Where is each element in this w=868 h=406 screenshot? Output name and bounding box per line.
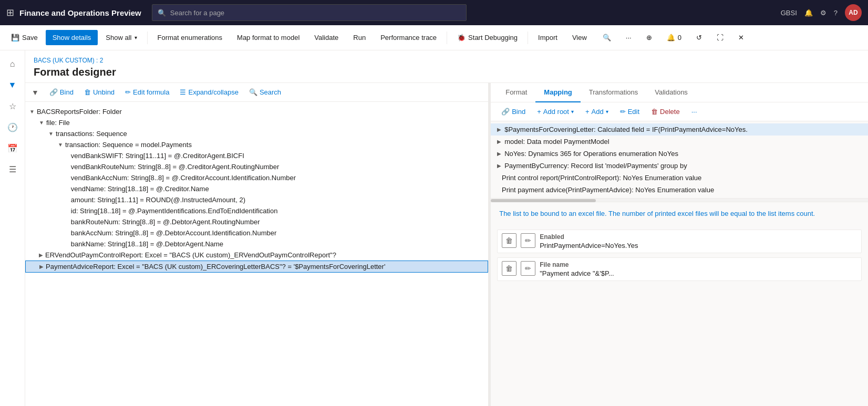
refresh-button[interactable]: ↺ <box>689 30 709 45</box>
tree-item[interactable]: ▶ ERVendOutPaymControlReport: Excel = "B… <box>25 249 488 261</box>
tree-item[interactable]: vendName: String[18..18] = @.Creditor.Na… <box>25 183 488 194</box>
tree-chevron[interactable]: ▼ <box>48 131 54 137</box>
search-placeholder: Search for a page <box>170 9 224 17</box>
edit-formula-button[interactable]: ✏ Edit formula <box>121 86 173 98</box>
prop-edit-button[interactable]: ✏ <box>521 261 535 276</box>
right-tree-item[interactable]: ▶ $PaymentsForCoveringLetter: Calculated… <box>491 123 868 136</box>
tree-item[interactable]: ▶ PaymentAdviceReport: Excel = "BACS (UK… <box>25 261 488 273</box>
tree-chevron[interactable] <box>67 153 69 159</box>
tree-item[interactable]: id: String[18..18] = @.PaymentIdentifica… <box>25 205 488 216</box>
tree-chevron[interactable]: ▼ <box>39 120 44 126</box>
right-tree-item[interactable]: ▶ PaymentByCurrency: Record list 'model/… <box>491 160 868 172</box>
tree-item-label: transactions: Sequence <box>56 130 127 138</box>
save-button[interactable]: 💾 Save <box>4 30 45 45</box>
tree-chevron[interactable]: ▶ <box>39 252 43 258</box>
sidebar-item-favorites[interactable]: ☆ <box>3 97 22 116</box>
sidebar-item-calendar[interactable]: 📅 <box>3 139 22 158</box>
edit-right-button[interactable]: ✏ Edit <box>616 106 644 118</box>
tree-chevron[interactable]: ▶ <box>497 139 501 144</box>
tree-item[interactable]: ▼ file: File <box>25 117 488 128</box>
tree-chevron[interactable]: ▼ <box>29 109 35 114</box>
tree-item[interactable]: vendBankRouteNum: String[8..8] = @.Credi… <box>25 161 488 172</box>
sidebar-item-list[interactable]: ☰ <box>3 160 22 179</box>
right-tree-item[interactable]: Print payment advice(PrintPaymentAdvice)… <box>491 184 868 196</box>
tree-chevron[interactable]: ▼ <box>58 142 63 148</box>
chevron-icon: ▾ <box>606 109 608 114</box>
tree-item[interactable]: ▼ BACSReportsFolder: Folder <box>25 106 488 117</box>
prop-delete-button[interactable]: 🗑 <box>502 261 516 276</box>
unbind-button[interactable]: 🗑 Unbind <box>80 86 119 98</box>
tree-item[interactable]: vendBankAccNum: String[8..8] = @.Credito… <box>25 172 488 183</box>
tree-chevron[interactable] <box>67 197 69 203</box>
tree-chevron[interactable] <box>67 164 69 170</box>
delete-button[interactable]: 🗑 Delete <box>647 106 684 118</box>
right-properties: 🗑 ✏ Enabled PrintPaymentAdvice=NoYes.Yes… <box>491 225 868 285</box>
start-debugging-button[interactable]: 🐞 Start Debugging <box>450 30 524 45</box>
more-options-button[interactable]: ··· <box>619 30 638 45</box>
search-left-button[interactable]: 🔍 Search <box>245 86 285 98</box>
tree-chevron[interactable]: ▶ <box>497 151 501 157</box>
tree-chevron[interactable] <box>67 186 69 192</box>
tree-chevron[interactable] <box>67 175 69 181</box>
tree-chevron[interactable] <box>67 208 69 214</box>
global-search[interactable]: 🔍 Search for a page <box>152 4 467 21</box>
right-bind-button[interactable]: 🔗 Bind <box>497 106 530 118</box>
settings-toolbar-button[interactable]: ⊕ <box>639 30 659 45</box>
tree-chevron[interactable] <box>497 175 499 181</box>
run-button[interactable]: Run <box>346 30 373 45</box>
tree-chevron[interactable]: ▶ <box>497 163 501 169</box>
tab-mapping[interactable]: Mapping <box>535 83 580 102</box>
horizontal-scrollbar[interactable] <box>491 198 868 202</box>
app-grid-icon[interactable]: ⊞ <box>6 7 14 18</box>
prop-edit-button[interactable]: ✏ <box>521 233 535 248</box>
sidebar-item-recent[interactable]: 🕐 <box>3 118 22 137</box>
map-format-to-model-button[interactable]: Map format to model <box>230 30 306 45</box>
debug-icon: 🐞 <box>457 34 466 41</box>
tree-chevron[interactable]: ▶ <box>497 127 501 132</box>
tree-item[interactable]: ▼ transaction: Sequence = model.Payments <box>25 139 488 150</box>
right-tree-item[interactable]: ▶ model: Data model PaymentModel <box>491 136 868 148</box>
tree-item[interactable]: bankAccNum: String[8..8] = @.DebtorAccou… <box>25 227 488 238</box>
avatar[interactable]: AD <box>845 4 862 21</box>
sidebar-item-filter[interactable]: ▼ <box>3 76 22 95</box>
import-button[interactable]: Import <box>531 30 564 45</box>
notification-button[interactable]: 🔔0 <box>660 30 688 45</box>
show-all-button[interactable]: Show all ▾ <box>99 30 143 45</box>
close-button[interactable]: ✕ <box>731 30 751 45</box>
more-button[interactable]: ··· <box>687 106 701 118</box>
bind-button[interactable]: 🔗 Bind <box>45 86 78 98</box>
performance-trace-button[interactable]: Performance trace <box>374 30 443 45</box>
scrollbar-thumb[interactable] <box>491 199 596 202</box>
tree-chevron[interactable] <box>497 187 499 193</box>
prop-delete-button[interactable]: 🗑 <box>502 233 516 248</box>
tree-chevron[interactable] <box>67 241 69 247</box>
settings-icon[interactable]: ⚙ <box>820 9 826 17</box>
search-icon: 🔍 <box>158 9 166 17</box>
tab-format[interactable]: Format <box>497 83 535 102</box>
tree-chevron[interactable] <box>67 230 69 236</box>
sidebar-item-home[interactable]: ⌂ <box>3 55 22 74</box>
bell-icon[interactable]: 🔔 <box>804 9 813 17</box>
show-details-button[interactable]: Show details <box>46 30 98 45</box>
tree-item[interactable]: bankRouteNum: String[8..8] = @.DebtorAge… <box>25 216 488 227</box>
expand-button[interactable]: ⛶ <box>710 30 730 45</box>
tree-chevron[interactable]: ▶ <box>39 264 44 269</box>
tab-transformations[interactable]: Transformations <box>581 83 646 102</box>
add-button[interactable]: + Add ▾ <box>581 106 613 118</box>
tree-item[interactable]: bankName: String[18..18] = @.DebtorAgent… <box>25 238 488 249</box>
search-toolbar-button[interactable]: 🔍 <box>596 30 618 45</box>
filter-icon[interactable]: ▼ <box>32 88 39 97</box>
right-tree-item[interactable]: Print control report(PrintControlReport)… <box>491 172 868 184</box>
tree-chevron[interactable] <box>67 219 69 225</box>
expand-collapse-button[interactable]: ☰ Expand/collapse <box>175 86 242 98</box>
tree-item[interactable]: amount: String[11..11] = ROUND(@.Instruc… <box>25 194 488 205</box>
format-enumerations-button[interactable]: Format enumerations <box>151 30 230 45</box>
help-icon[interactable]: ? <box>834 9 838 17</box>
add-root-button[interactable]: + Add root ▾ <box>533 106 578 118</box>
tab-validations[interactable]: Validations <box>646 83 696 102</box>
view-button[interactable]: View <box>565 30 594 45</box>
right-tree-item[interactable]: ▶ NoYes: Dynamics 365 for Operations enu… <box>491 148 868 160</box>
validate-button[interactable]: Validate <box>307 30 345 45</box>
tree-item[interactable]: ▼ transactions: Sequence <box>25 128 488 139</box>
tree-item[interactable]: vendBankSWIFT: String[11..11] = @.Credit… <box>25 150 488 161</box>
